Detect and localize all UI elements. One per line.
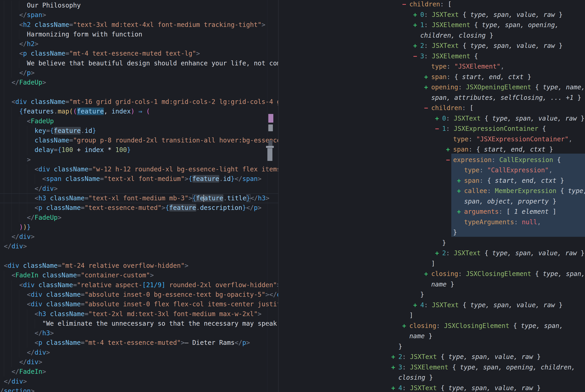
- ast-row[interactable]: type: "JSXElement",: [278, 61, 585, 72]
- code-line[interactable]: <p className="mt-4 text-essence-muted te…: [0, 49, 278, 58]
- ast-row[interactable]: ]: [278, 310, 585, 321]
- code-line[interactable]: </FadeIn>: [0, 367, 278, 376]
- ast-row[interactable]: −expression: CallExpression {: [278, 155, 585, 165]
- code-line[interactable]: <div className="mt-16 grid grid-cols-1 m…: [0, 97, 278, 107]
- ast-row[interactable]: +3: JSXElement { type, span, opening, ch…: [278, 362, 585, 373]
- expand-icon[interactable]: +: [391, 352, 398, 362]
- code-line[interactable]: </span>: [0, 10, 278, 20]
- ast-row[interactable]: +4: JSXText { type, span, value, raw }: [278, 383, 585, 392]
- code-line[interactable]: </div>: [0, 348, 278, 357]
- ast-row[interactable]: −3: JSXElement {: [278, 51, 585, 62]
- ast-row[interactable]: +callee: MemberExpression { type,: [278, 186, 585, 196]
- expand-icon[interactable]: +: [413, 40, 420, 51]
- code-line[interactable]: "We eliminate the unnecessary so that th…: [0, 319, 278, 328]
- ast-row[interactable]: +closing: JSXClosingElement { type, span…: [278, 269, 585, 279]
- code-line[interactable]: <p className="text-essence-muted">{featu…: [0, 203, 278, 213]
- code-line[interactable]: [0, 88, 278, 97]
- code-editor-pane[interactable]: Our Philosophy</span><h2 className="text…: [0, 0, 278, 392]
- ast-row[interactable]: typeArguments: null,: [278, 217, 585, 228]
- code-line[interactable]: <span className="text-xl font-medium">{f…: [0, 174, 278, 184]
- expand-icon[interactable]: +: [446, 144, 453, 155]
- expand-icon[interactable]: +: [424, 269, 431, 279]
- ast-row[interactable]: ]: [278, 258, 585, 269]
- collapse-icon[interactable]: −: [446, 155, 453, 165]
- code-line[interactable]: <div className="absolute inset-0 bg-esse…: [0, 290, 278, 300]
- ast-row[interactable]: span, attributes, selfClosing, ... +1 }: [278, 92, 585, 103]
- code-line[interactable]: </h3>: [0, 328, 278, 338]
- collapse-icon[interactable]: −: [435, 124, 442, 134]
- code-line[interactable]: <div className="relative aspect-[21/9] r…: [0, 280, 278, 290]
- ast-row[interactable]: closing }: [278, 372, 585, 383]
- collapse-icon[interactable]: −: [424, 103, 431, 113]
- expand-icon[interactable]: +: [435, 113, 442, 124]
- ast-row[interactable]: +0: JSXText { type, span, value, raw }: [278, 113, 585, 124]
- ast-row[interactable]: }: [278, 227, 585, 238]
- code-line[interactable]: </div>: [0, 242, 278, 251]
- collapse-icon[interactable]: −: [402, 0, 409, 10]
- ast-row[interactable]: +opening: JSXOpeningElement { type, name…: [278, 82, 585, 92]
- ast-row[interactable]: +0: JSXText { type, span, value, raw }: [278, 10, 585, 20]
- code-line[interactable]: {features.map((feature, index) ⇒ (: [0, 107, 278, 116]
- ast-row[interactable]: +2: JSXText { type, span, value, raw }: [278, 248, 585, 258]
- ast-explorer-pane[interactable]: −children: [+0: JSXText { type, span, va…: [278, 0, 585, 392]
- expand-icon[interactable]: +: [391, 383, 398, 392]
- collapse-icon[interactable]: −: [413, 51, 420, 62]
- code-line[interactable]: We believe that beautiful design should …: [0, 58, 278, 68]
- ast-row[interactable]: +span: { start, end, ctxt }: [278, 72, 585, 82]
- code-line[interactable]: </section>: [0, 386, 278, 392]
- expand-icon[interactable]: +: [457, 176, 464, 186]
- ast-row[interactable]: }: [278, 238, 585, 248]
- code-line[interactable]: <h3 className="text-2xl md:text-3xl font…: [0, 309, 278, 319]
- ast-row[interactable]: −children: [: [278, 0, 585, 10]
- code-line[interactable]: </div>: [0, 232, 278, 242]
- code-line[interactable]: </p>: [0, 68, 278, 78]
- ast-row[interactable]: +span: { start, end, ctxt }: [278, 144, 585, 155]
- ast-row[interactable]: span, object, property }: [278, 196, 585, 207]
- code-line[interactable]: </h2>: [0, 39, 278, 49]
- code-line[interactable]: <div className="absolute inset-0 flex fl…: [0, 300, 278, 309]
- expand-icon[interactable]: +: [413, 10, 420, 20]
- ast-row[interactable]: −children: [: [278, 103, 585, 113]
- code-line[interactable]: </div>: [0, 377, 278, 386]
- ast-row[interactable]: +1: JSXElement { type, span, opening,: [278, 20, 585, 30]
- code-line[interactable]: Our Philosophy: [0, 1, 278, 10]
- expand-icon[interactable]: +: [413, 300, 420, 310]
- ast-row[interactable]: +arguments: [ 1 element ]: [278, 206, 585, 217]
- ast-row[interactable]: +closing: JSXClosingElement { type, span…: [278, 321, 585, 331]
- ast-row[interactable]: type: "CallExpression",: [278, 165, 585, 176]
- code-line[interactable]: <FadeUp: [0, 116, 278, 126]
- code-line[interactable]: ))}: [0, 222, 278, 232]
- expand-icon[interactable]: +: [457, 206, 464, 217]
- ast-row[interactable]: type: "JSXExpressionContainer",: [278, 134, 585, 144]
- code-line[interactable]: <FadeIn className="container-custom">: [0, 270, 278, 280]
- expand-icon[interactable]: +: [413, 20, 420, 30]
- ast-row[interactable]: +4: JSXText { type, span, value, raw }: [278, 300, 585, 310]
- code-line[interactable]: delay={100 + index * 100}: [0, 145, 278, 155]
- code-line[interactable]: className="group p-8 rounded-2xl transit…: [0, 136, 278, 145]
- code-line[interactable]: <div className="w-12 h-12 rounded-xl bg-…: [0, 164, 278, 174]
- code-line[interactable]: <h2 className="text-3xl md:text-4xl font…: [0, 20, 278, 30]
- code-line[interactable]: </FadeUp>: [0, 213, 278, 222]
- ast-row[interactable]: }: [278, 342, 585, 352]
- code-line[interactable]: >: [0, 155, 278, 164]
- expand-icon[interactable]: +: [435, 248, 442, 258]
- ast-row[interactable]: +2: JSXText { type, span, value, raw }: [278, 352, 585, 362]
- code-line[interactable]: <div className="mt-24 relative overflow-…: [0, 261, 278, 270]
- code-line[interactable]: Harmonizing form with function: [0, 30, 278, 39]
- expand-icon[interactable]: +: [457, 186, 464, 196]
- code-line[interactable]: </div>: [0, 184, 278, 194]
- code-line[interactable]: </div>: [0, 357, 278, 367]
- code-line[interactable]: </FadeUp>: [0, 78, 278, 87]
- expand-icon[interactable]: +: [391, 362, 398, 373]
- expand-icon[interactable]: +: [424, 82, 431, 92]
- ast-row[interactable]: name }: [278, 279, 585, 290]
- expand-icon[interactable]: +: [402, 321, 409, 331]
- ast-row[interactable]: }: [278, 290, 585, 300]
- code-line[interactable]: [0, 252, 278, 261]
- ast-row[interactable]: +2: JSXText { type, span, value, raw }: [278, 40, 585, 51]
- code-line[interactable]: <p className="mt-4 text-essence-muted">—…: [0, 338, 278, 348]
- ast-row[interactable]: children, closing }: [278, 30, 585, 41]
- code-line-current[interactable]: <h3 className="text-xl font-medium mb-3"…: [0, 194, 278, 203]
- code-line[interactable]: key={feature.id}: [0, 126, 278, 136]
- ast-row[interactable]: +span: { start, end, ctxt }: [278, 176, 585, 186]
